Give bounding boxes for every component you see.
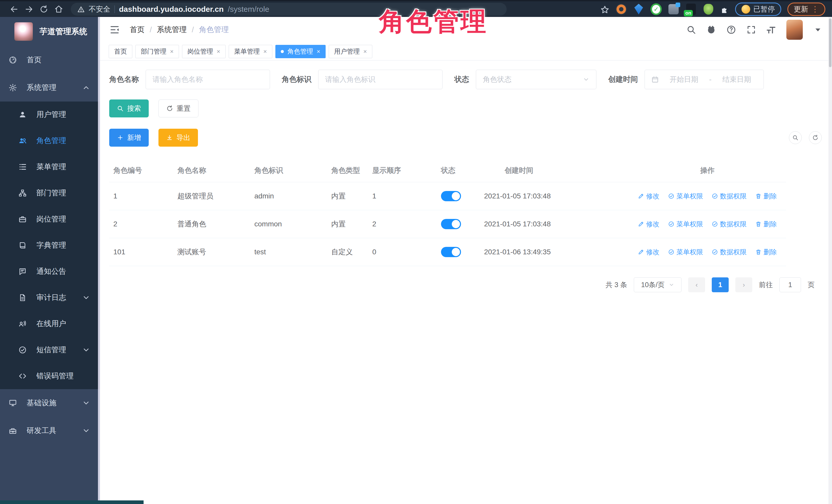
refresh-table-button[interactable]	[809, 131, 822, 144]
breadcrumb-home[interactable]: 首页	[130, 25, 145, 35]
extensions-puzzle-icon[interactable]	[720, 4, 729, 14]
sidebar-item-online-users[interactable]: 在线用户	[0, 311, 100, 337]
chevron-down-icon	[82, 399, 90, 407]
chevron-down-icon	[82, 294, 90, 302]
search-button[interactable]: 搜索	[109, 100, 149, 117]
role-code: test	[250, 238, 327, 266]
data-permission-link[interactable]: 数据权限	[712, 220, 747, 229]
sidebar-item-dev-tools[interactable]: 研发工具	[0, 417, 100, 445]
breadcrumb-system[interactable]: 系统管理	[157, 25, 187, 35]
start-date-field[interactable]: 开始日期	[664, 75, 704, 84]
user-avatar[interactable]	[786, 20, 803, 40]
extension-icon-tampermonkey[interactable]: on	[685, 4, 697, 15]
app-logo-row[interactable]: 芋道管理系统	[0, 17, 100, 46]
scrollbar-thumb[interactable]	[829, 19, 831, 67]
tab-home[interactable]: 首页	[109, 45, 132, 58]
role-name-input[interactable]	[146, 70, 270, 89]
role-type: 内置	[327, 210, 368, 238]
date-range-picker[interactable]: 开始日期 - 结束日期	[645, 70, 764, 89]
sidebar-item-sms[interactable]: 短信管理	[0, 337, 100, 363]
menu-permission-link[interactable]: 菜单权限	[668, 220, 703, 229]
status-toggle[interactable]	[441, 247, 461, 257]
status-select[interactable]: 角色状态	[476, 70, 596, 89]
status-toggle[interactable]	[441, 191, 461, 201]
address-bar[interactable]: 不安全 dashboard.yudao.iocoder.cn /system/r…	[71, 3, 506, 16]
sidebar-item-menus[interactable]: 菜单管理	[0, 154, 100, 180]
sidebar-item-system[interactable]: 系统管理	[0, 74, 100, 102]
search-actions: 搜索 重置	[109, 100, 822, 117]
search-icon[interactable]	[686, 25, 696, 35]
sidebar-item-users[interactable]: 用户管理	[0, 102, 100, 128]
extension-icon-grid[interactable]	[668, 4, 679, 15]
role-type: 自定义	[327, 238, 368, 266]
tab-roles[interactable]: 角色管理 ×	[276, 45, 326, 58]
extension-icon-alien[interactable]	[703, 4, 714, 15]
browser-chrome: 不安全 dashboard.yudao.iocoder.cn /system/r…	[0, 0, 832, 17]
browser-forward-button[interactable]	[22, 3, 36, 16]
data-permission-link[interactable]: 数据权限	[712, 248, 747, 257]
tab-close-icon[interactable]: ×	[170, 48, 174, 55]
pagination: 共 3 条 10条/页 ‹ 1 › 前往 页	[109, 277, 822, 292]
tab-close-icon[interactable]: ×	[363, 48, 367, 55]
sidebar-item-infrastructure[interactable]: 基础设施	[0, 389, 100, 417]
sidebar-item-departments[interactable]: 部门管理	[0, 180, 100, 206]
export-button[interactable]: 导出	[158, 129, 198, 147]
edit-link[interactable]: 修改	[638, 220, 659, 229]
delete-link[interactable]: 删除	[755, 192, 777, 201]
github-icon[interactable]	[706, 25, 716, 35]
bookmark-star-icon[interactable]	[600, 4, 609, 15]
tab-close-icon[interactable]: ×	[263, 48, 267, 55]
menu-permission-link[interactable]: 菜单权限	[668, 192, 703, 201]
caret-down-icon[interactable]	[813, 25, 823, 35]
delete-link[interactable]: 删除	[755, 220, 777, 229]
edit-link[interactable]: 修改	[638, 248, 659, 257]
role-code-input[interactable]	[318, 70, 443, 89]
browser-back-button[interactable]	[7, 3, 22, 16]
toggle-search-button[interactable]	[789, 131, 802, 144]
sidebar-item-notices[interactable]: 通知公告	[0, 258, 100, 285]
sidebar-item-posts[interactable]: 岗位管理	[0, 206, 100, 232]
paused-label: 已暂停	[753, 4, 775, 14]
menu-permission-link[interactable]: 菜单权限	[668, 248, 703, 257]
created-time: 2021-01-05 17:03:48	[480, 210, 629, 238]
extension-icon-green-check[interactable]: ✓	[650, 4, 662, 15]
extension-icon-blue[interactable]	[633, 4, 644, 15]
reset-button[interactable]: 重置	[158, 100, 199, 117]
delete-link[interactable]: 删除	[755, 248, 777, 257]
browser-home-button[interactable]	[51, 3, 66, 16]
page-size-select[interactable]: 10条/页	[634, 277, 681, 292]
tab-departments[interactable]: 部门管理 ×	[135, 45, 179, 58]
tab-posts[interactable]: 岗位管理 ×	[182, 45, 226, 58]
tab-close-icon[interactable]: ×	[317, 48, 320, 55]
sidebar-collapse-icon[interactable]	[109, 24, 120, 35]
sidebar-item-audit-log[interactable]: 审计日志	[0, 285, 100, 311]
sidebar-item-error-codes[interactable]: 错误码管理	[0, 363, 100, 389]
fullscreen-icon[interactable]	[746, 25, 756, 35]
page-scrollbar[interactable]	[828, 17, 832, 504]
error-code-icon	[19, 372, 27, 380]
check-circle-icon	[712, 193, 718, 199]
page-number-button[interactable]: 1	[712, 277, 729, 292]
extension-icon-orange[interactable]	[616, 4, 627, 15]
tab-close-icon[interactable]: ×	[217, 48, 220, 55]
status-toggle[interactable]	[441, 219, 461, 229]
prev-page-button[interactable]: ‹	[688, 277, 705, 292]
end-date-field[interactable]: 结束日期	[717, 75, 757, 84]
chrome-update-button[interactable]: 更新 ⋮	[787, 3, 825, 16]
add-button[interactable]: 新增	[109, 129, 149, 147]
goto-page-input[interactable]	[779, 277, 801, 292]
tab-users[interactable]: 用户管理 ×	[329, 45, 372, 58]
sidebar-item-roles[interactable]: 角色管理	[0, 128, 100, 154]
sidebar-item-home[interactable]: 首页	[0, 46, 100, 74]
browser-menu-icon[interactable]: ⋮	[811, 7, 819, 11]
tab-menus[interactable]: 菜单管理 ×	[229, 45, 272, 58]
font-size-icon[interactable]	[766, 25, 776, 35]
data-permission-link[interactable]: 数据权限	[712, 192, 747, 201]
browser-reload-button[interactable]	[36, 3, 51, 16]
sidebar-item-dictionary[interactable]: 字典管理	[0, 232, 100, 258]
sync-paused-button[interactable]: 已暂停	[735, 3, 781, 16]
edit-link[interactable]: 修改	[638, 192, 659, 201]
help-icon[interactable]	[726, 25, 736, 35]
next-page-button[interactable]: ›	[735, 277, 752, 292]
url-host: dashboard.yudao.iocoder.cn	[119, 5, 224, 14]
